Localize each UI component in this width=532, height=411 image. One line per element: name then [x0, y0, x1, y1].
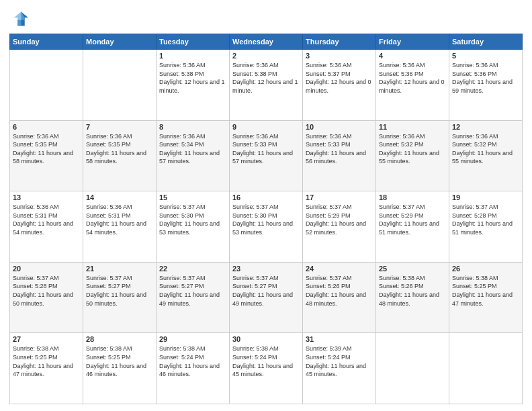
day-number: 9	[232, 123, 300, 131]
day-number: 19	[452, 193, 519, 201]
day-number: 7	[86, 123, 153, 131]
day-number: 23	[232, 265, 300, 273]
calendar-cell	[83, 50, 157, 121]
calendar-cell: 29Sunrise: 5:38 AM Sunset: 5:24 PM Dayli…	[157, 333, 230, 404]
cell-content: Sunrise: 5:36 AM Sunset: 5:31 PM Dayligh…	[13, 203, 80, 236]
page: SundayMondayTuesdayWednesdayThursdayFrid…	[0, 0, 532, 411]
cell-content: Sunrise: 5:37 AM Sunset: 5:27 PM Dayligh…	[159, 274, 226, 308]
day-number: 3	[306, 52, 373, 60]
calendar-cell	[376, 333, 449, 404]
day-number: 14	[86, 193, 153, 201]
calendar-cell: 13Sunrise: 5:36 AM Sunset: 5:31 PM Dayli…	[10, 191, 83, 263]
cell-content: Sunrise: 5:37 AM Sunset: 5:26 PM Dayligh…	[306, 274, 373, 308]
calendar-cell: 22Sunrise: 5:37 AM Sunset: 5:27 PM Dayli…	[157, 262, 230, 333]
cell-content: Sunrise: 5:37 AM Sunset: 5:30 PM Dayligh…	[159, 203, 226, 236]
calendar-cell: 8Sunrise: 5:36 AM Sunset: 5:34 PM Daylig…	[157, 120, 230, 191]
calendar-cell: 23Sunrise: 5:37 AM Sunset: 5:27 PM Dayli…	[230, 262, 303, 333]
day-header-thursday: Thursday	[303, 34, 376, 50]
calendar-week-3: 13Sunrise: 5:36 AM Sunset: 5:31 PM Dayli…	[10, 191, 523, 263]
day-number: 6	[13, 123, 80, 131]
day-number: 8	[159, 123, 226, 131]
cell-content: Sunrise: 5:38 AM Sunset: 5:25 PM Dayligh…	[452, 274, 519, 308]
calendar-cell: 7Sunrise: 5:36 AM Sunset: 5:35 PM Daylig…	[83, 120, 157, 191]
cell-content: Sunrise: 5:38 AM Sunset: 5:25 PM Dayligh…	[86, 345, 153, 378]
cell-content: Sunrise: 5:37 AM Sunset: 5:29 PM Dayligh…	[379, 203, 446, 236]
calendar-cell: 16Sunrise: 5:37 AM Sunset: 5:30 PM Dayli…	[230, 191, 303, 263]
calendar-cell: 27Sunrise: 5:38 AM Sunset: 5:25 PM Dayli…	[10, 333, 83, 404]
day-number: 22	[159, 265, 226, 273]
cell-content: Sunrise: 5:38 AM Sunset: 5:24 PM Dayligh…	[232, 345, 300, 378]
day-number: 27	[13, 335, 80, 343]
calendar-cell: 18Sunrise: 5:37 AM Sunset: 5:29 PM Dayli…	[376, 191, 449, 263]
cell-content: Sunrise: 5:37 AM Sunset: 5:28 PM Dayligh…	[13, 274, 80, 308]
day-number: 2	[232, 52, 300, 60]
calendar-cell: 30Sunrise: 5:38 AM Sunset: 5:24 PM Dayli…	[230, 333, 303, 404]
cell-content: Sunrise: 5:36 AM Sunset: 5:37 PM Dayligh…	[306, 61, 373, 95]
cell-content: Sunrise: 5:36 AM Sunset: 5:35 PM Dayligh…	[13, 132, 80, 166]
calendar-cell: 12Sunrise: 5:36 AM Sunset: 5:32 PM Dayli…	[449, 120, 523, 191]
calendar-cell: 26Sunrise: 5:38 AM Sunset: 5:25 PM Dayli…	[449, 262, 523, 333]
logo-icon	[9, 9, 28, 28]
calendar-cell	[449, 333, 523, 404]
day-number: 20	[13, 265, 80, 273]
calendar-cell: 5Sunrise: 5:36 AM Sunset: 5:36 PM Daylig…	[449, 50, 523, 121]
cell-content: Sunrise: 5:36 AM Sunset: 5:33 PM Dayligh…	[306, 132, 373, 166]
day-number: 10	[306, 123, 373, 131]
calendar-cell: 20Sunrise: 5:37 AM Sunset: 5:28 PM Dayli…	[10, 262, 83, 333]
cell-content: Sunrise: 5:36 AM Sunset: 5:34 PM Dayligh…	[159, 132, 226, 166]
cell-content: Sunrise: 5:36 AM Sunset: 5:35 PM Dayligh…	[86, 132, 153, 166]
calendar-cell: 9Sunrise: 5:36 AM Sunset: 5:33 PM Daylig…	[230, 120, 303, 191]
day-number: 28	[86, 335, 153, 343]
calendar-week-4: 20Sunrise: 5:37 AM Sunset: 5:28 PM Dayli…	[10, 262, 523, 333]
day-number: 1	[159, 52, 226, 60]
cell-content: Sunrise: 5:38 AM Sunset: 5:25 PM Dayligh…	[13, 345, 80, 378]
day-number: 13	[13, 193, 80, 201]
calendar-cell: 6Sunrise: 5:36 AM Sunset: 5:35 PM Daylig…	[10, 120, 83, 191]
day-number: 18	[379, 193, 446, 201]
day-number: 26	[452, 265, 519, 273]
day-number: 15	[159, 193, 226, 201]
header	[9, 9, 523, 28]
calendar-week-5: 27Sunrise: 5:38 AM Sunset: 5:25 PM Dayli…	[10, 333, 523, 404]
calendar-cell: 1Sunrise: 5:36 AM Sunset: 5:38 PM Daylig…	[157, 50, 230, 121]
day-header-sunday: Sunday	[10, 34, 83, 50]
calendar-cell: 3Sunrise: 5:36 AM Sunset: 5:37 PM Daylig…	[303, 50, 376, 121]
day-number: 31	[306, 335, 373, 343]
day-number: 29	[159, 335, 226, 343]
day-number: 24	[306, 265, 373, 273]
calendar-cell: 4Sunrise: 5:36 AM Sunset: 5:36 PM Daylig…	[376, 50, 449, 121]
cell-content: Sunrise: 5:36 AM Sunset: 5:33 PM Dayligh…	[232, 132, 300, 166]
cell-content: Sunrise: 5:36 AM Sunset: 5:36 PM Dayligh…	[379, 61, 446, 95]
day-number: 11	[379, 123, 446, 131]
calendar-cell: 11Sunrise: 5:36 AM Sunset: 5:32 PM Dayli…	[376, 120, 449, 191]
calendar-cell: 19Sunrise: 5:37 AM Sunset: 5:28 PM Dayli…	[449, 191, 523, 263]
day-header-monday: Monday	[83, 34, 157, 50]
calendar-cell: 2Sunrise: 5:36 AM Sunset: 5:38 PM Daylig…	[230, 50, 303, 121]
calendar-table: SundayMondayTuesdayWednesdayThursdayFrid…	[9, 34, 523, 404]
cell-content: Sunrise: 5:36 AM Sunset: 5:36 PM Dayligh…	[452, 61, 519, 95]
day-number: 16	[232, 193, 300, 201]
calendar-cell: 15Sunrise: 5:37 AM Sunset: 5:30 PM Dayli…	[157, 191, 230, 263]
day-number: 17	[306, 193, 373, 201]
calendar-week-2: 6Sunrise: 5:36 AM Sunset: 5:35 PM Daylig…	[10, 120, 523, 191]
day-header-tuesday: Tuesday	[157, 34, 230, 50]
cell-content: Sunrise: 5:37 AM Sunset: 5:27 PM Dayligh…	[86, 274, 153, 308]
day-number: 30	[232, 335, 300, 343]
calendar-cell: 17Sunrise: 5:37 AM Sunset: 5:29 PM Dayli…	[303, 191, 376, 263]
day-number: 12	[452, 123, 519, 131]
day-number: 25	[379, 265, 446, 273]
cell-content: Sunrise: 5:36 AM Sunset: 5:32 PM Dayligh…	[452, 132, 519, 166]
day-header-saturday: Saturday	[449, 34, 523, 50]
cell-content: Sunrise: 5:39 AM Sunset: 5:24 PM Dayligh…	[306, 345, 373, 378]
calendar-cell: 28Sunrise: 5:38 AM Sunset: 5:25 PM Dayli…	[83, 333, 157, 404]
cell-content: Sunrise: 5:37 AM Sunset: 5:28 PM Dayligh…	[452, 203, 519, 236]
calendar-cell: 31Sunrise: 5:39 AM Sunset: 5:24 PM Dayli…	[303, 333, 376, 404]
cell-content: Sunrise: 5:38 AM Sunset: 5:26 PM Dayligh…	[379, 274, 446, 308]
calendar-header-row: SundayMondayTuesdayWednesdayThursdayFrid…	[10, 34, 523, 50]
cell-content: Sunrise: 5:38 AM Sunset: 5:24 PM Dayligh…	[159, 345, 226, 378]
day-header-wednesday: Wednesday	[230, 34, 303, 50]
cell-content: Sunrise: 5:36 AM Sunset: 5:38 PM Dayligh…	[159, 61, 226, 95]
cell-content: Sunrise: 5:36 AM Sunset: 5:38 PM Dayligh…	[232, 61, 300, 95]
calendar-cell: 24Sunrise: 5:37 AM Sunset: 5:26 PM Dayli…	[303, 262, 376, 333]
calendar-week-1: 1Sunrise: 5:36 AM Sunset: 5:38 PM Daylig…	[10, 50, 523, 121]
